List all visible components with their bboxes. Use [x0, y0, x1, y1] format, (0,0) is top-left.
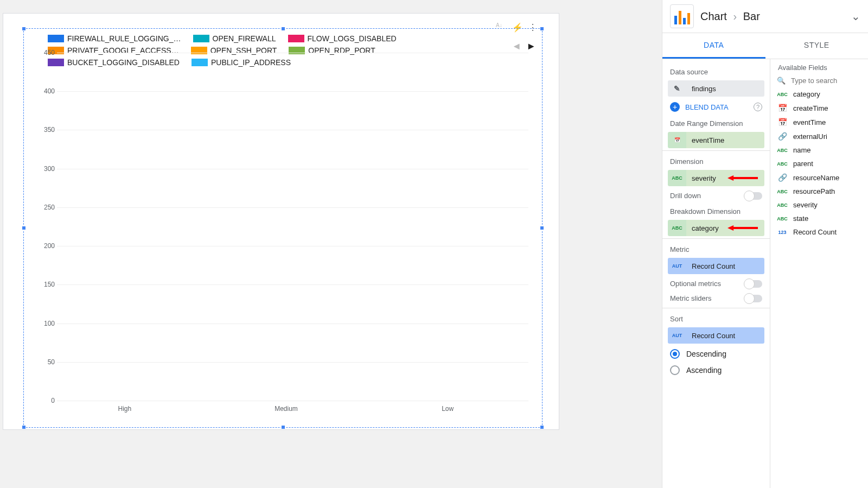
- date-range-dim-chip[interactable]: 📅 eventTime: [668, 132, 764, 148]
- resize-handle[interactable]: [22, 425, 26, 429]
- drill-down-toggle[interactable]: [745, 192, 762, 200]
- drill-down-label: Drill down: [670, 192, 701, 200]
- y-tick-label: 0: [39, 397, 55, 404]
- chart-canvas[interactable]: A↓ ⚡ ⋮ FIREWALL_RULE_LOGGING_… OPEN_FIRE…: [3, 13, 559, 430]
- legend-label: FIREWALL_RULE_LOGGING_…: [67, 34, 181, 43]
- tab-data[interactable]: DATA: [662, 33, 765, 59]
- data-source-label: Data source: [662, 64, 770, 78]
- legend-swatch: [48, 35, 64, 42]
- field-name: externalUri: [793, 132, 827, 141]
- available-field[interactable]: ABCstate: [770, 212, 868, 225]
- metric-value: Record Count: [686, 258, 764, 274]
- breadcrumb-chart[interactable]: Chart: [700, 10, 727, 22]
- sort-ascending-label: Ascending: [686, 366, 722, 375]
- config-panel: Chart › Bar ⌄ DATA STYLE Data source ✎ f…: [662, 0, 868, 488]
- available-field[interactable]: 🔗externalUri: [770, 129, 868, 143]
- dimension-chip[interactable]: ABC severity: [668, 170, 764, 186]
- help-icon[interactable]: ?: [754, 103, 762, 111]
- sort-descending-radio[interactable]: Descending: [662, 346, 770, 362]
- breakdown-dim-label: Breakdown Dimension: [662, 203, 770, 218]
- field-name: resourcePath: [793, 187, 835, 195]
- metric-label: Metric: [662, 241, 770, 256]
- date-range-dim-value: eventTime: [686, 132, 764, 148]
- pencil-icon: ✎: [668, 80, 686, 97]
- field-name: eventTime: [793, 118, 826, 126]
- legend-swatch: [193, 35, 209, 42]
- breadcrumb: Chart › Bar: [700, 10, 845, 23]
- optional-metrics-row: Optional metrics: [662, 276, 770, 291]
- legend-swatch: [288, 35, 304, 42]
- data-config: Data source ✎ findings + BLEND DATA ? Da…: [662, 59, 770, 488]
- search-icon: 🔍: [777, 77, 786, 85]
- aut-icon: AUT: [668, 327, 686, 344]
- available-field[interactable]: ABCcategory: [770, 87, 868, 101]
- legend-label: OPEN_FIREWALL: [213, 34, 276, 43]
- available-field[interactable]: ABCresourcePath: [770, 185, 868, 198]
- radio-icon: [670, 349, 680, 359]
- resize-handle[interactable]: [540, 226, 544, 230]
- optional-metrics-toggle[interactable]: [745, 280, 762, 288]
- resize-handle[interactable]: [540, 425, 544, 429]
- legend-item[interactable]: FIREWALL_RULE_LOGGING_…: [48, 34, 181, 43]
- available-field[interactable]: ABCparent: [770, 157, 868, 170]
- y-tick-label: 100: [39, 320, 55, 327]
- legend-next-icon[interactable]: ►: [526, 41, 536, 52]
- bar-column: [371, 53, 528, 401]
- resize-handle[interactable]: [540, 27, 544, 31]
- metric-sliders-label: Metric sliders: [670, 294, 712, 302]
- available-field[interactable]: ABCname: [770, 143, 868, 157]
- available-field[interactable]: 123Record Count: [770, 225, 868, 239]
- y-tick-label: 50: [39, 358, 55, 366]
- data-source-chip[interactable]: ✎ findings: [668, 80, 764, 97]
- legend-item[interactable]: FLOW_LOGS_DISABLED: [288, 34, 397, 43]
- metric-chip[interactable]: AUT Record Count: [668, 258, 764, 274]
- field-name: Record Count: [793, 228, 837, 236]
- resize-handle[interactable]: [22, 27, 26, 31]
- metric-sliders-toggle[interactable]: [745, 295, 762, 302]
- drill-down-row: Drill down: [662, 188, 770, 203]
- available-field[interactable]: 📅createTime: [770, 101, 868, 115]
- plus-icon: +: [670, 102, 680, 112]
- field-name: name: [793, 146, 811, 154]
- y-tick-label: 350: [39, 126, 55, 134]
- field-name: createTime: [793, 104, 828, 112]
- available-field[interactable]: 📅eventTime: [770, 115, 868, 129]
- gridline: [57, 401, 528, 401]
- calendar-icon: 📅: [668, 132, 686, 148]
- y-tick-label: 450: [39, 49, 55, 56]
- resize-handle[interactable]: [281, 27, 285, 31]
- bar-column: [214, 53, 372, 401]
- breakdown-dim-chip[interactable]: ABC category: [668, 220, 764, 236]
- abc-icon: ABC: [668, 220, 686, 236]
- field-name: state: [793, 214, 808, 223]
- x-tick-label: Low: [367, 405, 528, 413]
- breadcrumb-bar[interactable]: Bar: [743, 10, 760, 22]
- panel-tabs: DATA STYLE: [662, 33, 868, 59]
- legend-item[interactable]: OPEN_FIREWALL: [193, 34, 276, 43]
- available-field[interactable]: ABCseverity: [770, 198, 868, 212]
- tab-style[interactable]: STYLE: [765, 33, 869, 59]
- resize-handle[interactable]: [22, 226, 26, 230]
- dimension-label: Dimension: [662, 153, 770, 168]
- sort-ascending-radio[interactable]: Ascending: [662, 362, 770, 378]
- blend-data-button[interactable]: + BLEND DATA ?: [662, 99, 770, 115]
- metric-sliders-row: Metric sliders: [662, 291, 770, 306]
- data-source-value: findings: [686, 80, 764, 97]
- field-search[interactable]: 🔍: [770, 74, 868, 87]
- sort-chip[interactable]: AUT Record Count: [668, 327, 764, 344]
- sort-descending-label: Descending: [686, 350, 726, 358]
- legend-prev-icon[interactable]: ◄: [512, 41, 521, 52]
- blend-data-label: BLEND DATA: [685, 103, 729, 111]
- sort-label: Sort: [662, 310, 770, 325]
- y-tick-label: 200: [39, 242, 55, 250]
- available-field[interactable]: 🔗resourceName: [770, 170, 868, 185]
- field-name: severity: [793, 201, 818, 209]
- sort-value: Record Count: [686, 327, 764, 344]
- y-tick-label: 250: [39, 204, 55, 211]
- field-search-input[interactable]: [790, 76, 861, 85]
- legend-pager: ◄ ►: [512, 41, 536, 52]
- available-fields: Available Fields 🔍 ABCcategory📅createTim…: [770, 59, 868, 488]
- resize-handle[interactable]: [281, 425, 285, 429]
- chart-type-icon[interactable]: [670, 4, 694, 28]
- chevron-down-icon[interactable]: ⌄: [851, 10, 860, 23]
